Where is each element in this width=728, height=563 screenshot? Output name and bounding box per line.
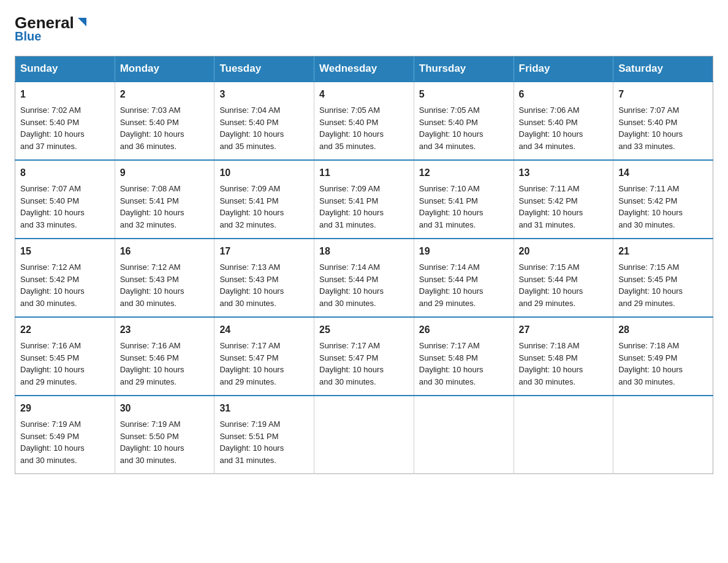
day-number: 19 [419, 244, 509, 259]
day-info: Sunrise: 7:16 AMSunset: 5:45 PMDaylight:… [20, 341, 85, 386]
day-number: 4 [319, 87, 409, 102]
calendar-table: SundayMondayTuesdayWednesdayThursdayFrid… [15, 56, 713, 474]
day-number: 26 [419, 323, 509, 337]
day-info: Sunrise: 7:14 AMSunset: 5:44 PMDaylight:… [419, 262, 483, 308]
day-info: Sunrise: 7:03 AMSunset: 5:40 PMDaylight:… [120, 105, 184, 151]
calendar-cell: 3Sunrise: 7:04 AMSunset: 5:40 PMDaylight… [214, 82, 314, 160]
header-day-tuesday: Tuesday [214, 56, 314, 82]
day-number: 29 [20, 401, 110, 416]
calendar-cell: 13Sunrise: 7:11 AMSunset: 5:42 PMDayligh… [514, 160, 613, 239]
calendar-cell: 16Sunrise: 7:12 AMSunset: 5:43 PMDayligh… [115, 239, 214, 317]
day-info: Sunrise: 7:11 AMSunset: 5:42 PMDaylight:… [519, 184, 583, 229]
calendar-cell: 14Sunrise: 7:11 AMSunset: 5:42 PMDayligh… [613, 160, 713, 239]
day-number: 7 [618, 87, 708, 102]
calendar-cell: 10Sunrise: 7:09 AMSunset: 5:41 PMDayligh… [214, 160, 314, 239]
day-number: 23 [120, 323, 210, 337]
day-number: 14 [618, 166, 708, 180]
day-number: 1 [20, 87, 110, 102]
day-info: Sunrise: 7:17 AMSunset: 5:48 PMDaylight:… [419, 341, 483, 386]
day-info: Sunrise: 7:09 AMSunset: 5:41 PMDaylight:… [219, 184, 284, 229]
day-number: 3 [219, 87, 309, 102]
calendar-cell: 1Sunrise: 7:02 AMSunset: 5:40 PMDaylight… [15, 82, 115, 160]
calendar-week-row: 15Sunrise: 7:12 AMSunset: 5:42 PMDayligh… [15, 239, 713, 317]
calendar-week-row: 29Sunrise: 7:19 AMSunset: 5:49 PMDayligh… [15, 396, 713, 474]
day-info: Sunrise: 7:09 AMSunset: 5:41 PMDaylight:… [319, 184, 384, 229]
day-info: Sunrise: 7:14 AMSunset: 5:44 PMDaylight:… [319, 262, 384, 308]
day-number: 30 [120, 401, 210, 416]
svg-marker-0 [78, 18, 86, 26]
header-day-wednesday: Wednesday [314, 56, 414, 82]
calendar-cell: 5Sunrise: 7:05 AMSunset: 5:40 PMDaylight… [414, 82, 514, 160]
header-day-thursday: Thursday [414, 56, 514, 82]
calendar-cell: 7Sunrise: 7:07 AMSunset: 5:40 PMDaylight… [613, 82, 713, 160]
calendar-cell: 28Sunrise: 7:18 AMSunset: 5:49 PMDayligh… [613, 317, 713, 396]
day-number: 11 [319, 166, 409, 180]
logo-general: General [15, 15, 74, 31]
day-number: 6 [519, 87, 609, 102]
header-day-sunday: Sunday [15, 56, 115, 82]
calendar-cell: 6Sunrise: 7:06 AMSunset: 5:40 PMDaylight… [514, 82, 613, 160]
calendar-cell: 21Sunrise: 7:15 AMSunset: 5:45 PMDayligh… [613, 239, 713, 317]
day-info: Sunrise: 7:07 AMSunset: 5:40 PMDaylight:… [20, 184, 85, 229]
day-info: Sunrise: 7:04 AMSunset: 5:40 PMDaylight:… [219, 105, 284, 151]
day-info: Sunrise: 7:12 AMSunset: 5:43 PMDaylight:… [120, 262, 184, 308]
day-info: Sunrise: 7:08 AMSunset: 5:41 PMDaylight:… [120, 184, 184, 229]
day-info: Sunrise: 7:13 AMSunset: 5:43 PMDaylight:… [219, 262, 284, 308]
day-info: Sunrise: 7:05 AMSunset: 5:40 PMDaylight:… [319, 105, 384, 151]
calendar-cell: 12Sunrise: 7:10 AMSunset: 5:41 PMDayligh… [414, 160, 514, 239]
calendar-cell: 11Sunrise: 7:09 AMSunset: 5:41 PMDayligh… [314, 160, 414, 239]
day-number: 15 [20, 244, 110, 259]
day-info: Sunrise: 7:11 AMSunset: 5:42 PMDaylight:… [618, 184, 683, 229]
day-info: Sunrise: 7:15 AMSunset: 5:44 PMDaylight:… [519, 262, 583, 308]
calendar-cell: 25Sunrise: 7:17 AMSunset: 5:47 PMDayligh… [314, 317, 414, 396]
header-day-saturday: Saturday [613, 56, 713, 82]
day-info: Sunrise: 7:17 AMSunset: 5:47 PMDaylight:… [319, 341, 384, 386]
calendar-cell: 19Sunrise: 7:14 AMSunset: 5:44 PMDayligh… [414, 239, 514, 317]
day-info: Sunrise: 7:19 AMSunset: 5:49 PMDaylight:… [20, 419, 85, 465]
calendar-cell [613, 396, 713, 474]
calendar-cell: 27Sunrise: 7:18 AMSunset: 5:48 PMDayligh… [514, 317, 613, 396]
calendar-week-row: 1Sunrise: 7:02 AMSunset: 5:40 PMDaylight… [15, 82, 713, 160]
day-info: Sunrise: 7:19 AMSunset: 5:51 PMDaylight:… [219, 419, 284, 465]
day-number: 27 [519, 323, 609, 337]
day-number: 21 [618, 244, 708, 259]
day-info: Sunrise: 7:07 AMSunset: 5:40 PMDaylight:… [618, 105, 683, 151]
logo-blue: Blue [15, 29, 41, 44]
day-info: Sunrise: 7:10 AMSunset: 5:41 PMDaylight:… [419, 184, 483, 229]
calendar-week-row: 22Sunrise: 7:16 AMSunset: 5:45 PMDayligh… [15, 317, 713, 396]
page-header: General Blue [15, 15, 713, 44]
day-number: 13 [519, 166, 609, 180]
header-day-monday: Monday [115, 56, 214, 82]
header-day-friday: Friday [514, 56, 613, 82]
day-number: 25 [319, 323, 409, 337]
day-info: Sunrise: 7:17 AMSunset: 5:47 PMDaylight:… [219, 341, 284, 386]
day-number: 22 [20, 323, 110, 337]
day-number: 2 [120, 87, 210, 102]
day-info: Sunrise: 7:02 AMSunset: 5:40 PMDaylight:… [20, 105, 85, 151]
day-number: 12 [419, 166, 509, 180]
day-number: 18 [319, 244, 409, 259]
calendar-cell: 9Sunrise: 7:08 AMSunset: 5:41 PMDaylight… [115, 160, 214, 239]
calendar-cell: 23Sunrise: 7:16 AMSunset: 5:46 PMDayligh… [115, 317, 214, 396]
calendar-cell: 20Sunrise: 7:15 AMSunset: 5:44 PMDayligh… [514, 239, 613, 317]
day-info: Sunrise: 7:15 AMSunset: 5:45 PMDaylight:… [618, 262, 683, 308]
day-info: Sunrise: 7:18 AMSunset: 5:48 PMDaylight:… [519, 341, 583, 386]
calendar-cell: 15Sunrise: 7:12 AMSunset: 5:42 PMDayligh… [15, 239, 115, 317]
day-info: Sunrise: 7:12 AMSunset: 5:42 PMDaylight:… [20, 262, 85, 308]
calendar-cell: 24Sunrise: 7:17 AMSunset: 5:47 PMDayligh… [214, 317, 314, 396]
calendar-cell [314, 396, 414, 474]
day-number: 10 [219, 166, 309, 180]
day-info: Sunrise: 7:06 AMSunset: 5:40 PMDaylight:… [519, 105, 583, 151]
calendar-cell: 29Sunrise: 7:19 AMSunset: 5:49 PMDayligh… [15, 396, 115, 474]
day-info: Sunrise: 7:19 AMSunset: 5:50 PMDaylight:… [120, 419, 184, 465]
day-number: 31 [219, 401, 309, 416]
day-number: 9 [120, 166, 210, 180]
day-info: Sunrise: 7:16 AMSunset: 5:46 PMDaylight:… [120, 341, 184, 386]
calendar-cell: 8Sunrise: 7:07 AMSunset: 5:40 PMDaylight… [15, 160, 115, 239]
day-info: Sunrise: 7:05 AMSunset: 5:40 PMDaylight:… [419, 105, 483, 151]
calendar-cell: 4Sunrise: 7:05 AMSunset: 5:40 PMDaylight… [314, 82, 414, 160]
day-number: 28 [618, 323, 708, 337]
calendar-cell: 26Sunrise: 7:17 AMSunset: 5:48 PMDayligh… [414, 317, 514, 396]
day-number: 20 [519, 244, 609, 259]
calendar-week-row: 8Sunrise: 7:07 AMSunset: 5:40 PMDaylight… [15, 160, 713, 239]
